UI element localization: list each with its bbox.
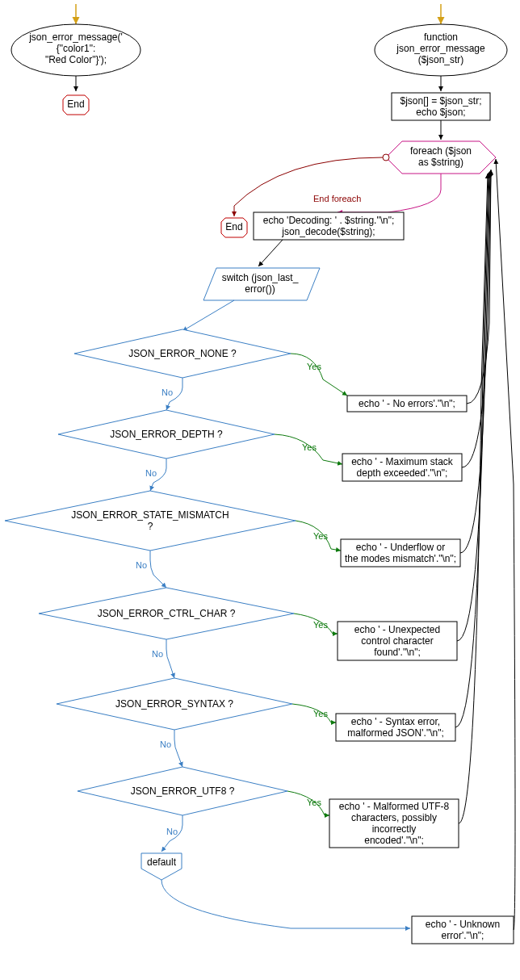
c1-action-l1: echo ' - Maximum stack — [351, 456, 454, 467]
c5-action-l4: encoded'."\n"; — [364, 835, 424, 846]
left-call-text: json_error_message(' — [28, 31, 123, 43]
c4-action-l1: echo ' - Syntax error, — [351, 716, 440, 727]
c0-yes-label: Yes — [307, 362, 321, 371]
default-action-l2: error'."\n"; — [442, 930, 484, 941]
assign-text-2: echo $json; — [416, 107, 465, 118]
c4-yes-label: Yes — [313, 709, 328, 718]
func-text-1: function — [424, 31, 458, 43]
foreach-body-arrow — [338, 174, 441, 212]
c3-action-l2: control character — [361, 635, 433, 647]
end-foreach-label: End foreach — [313, 194, 361, 203]
func-text-2: json_error_message — [396, 43, 485, 54]
right-end-text: End — [225, 221, 242, 232]
c5-action-l3: incorrectly — [372, 823, 417, 835]
c0-no-label: No — [161, 387, 173, 397]
default-text: default — [147, 856, 177, 868]
default-to-action-arrow — [161, 880, 410, 928]
c4-no-arrow — [174, 730, 182, 767]
c1-action-l2: depth exceeded'."\n"; — [357, 467, 448, 479]
c5-action-l2: characters, possibly — [351, 812, 437, 823]
end-foreach-arrow — [234, 157, 383, 216]
c3-no-label: No — [152, 649, 163, 659]
case1-cond: JSON_ERROR_DEPTH ? — [110, 429, 223, 440]
c1-no-label: No — [145, 468, 157, 478]
left-call-text-2: {"color1": — [57, 43, 96, 54]
case0-cond: JSON_ERROR_NONE ? — [128, 348, 237, 359]
case5-cond: JSON_ERROR_UTF8 ? — [131, 785, 235, 797]
loop-to-switch-arrow — [258, 240, 283, 266]
c2-yes-label: Yes — [313, 531, 328, 541]
c5-loop-back — [459, 174, 488, 823]
loop-body-text-2: json_decode($string); — [281, 226, 375, 237]
switch-to-c0-arrow — [182, 300, 234, 331]
c4-action-l2: malformed JSON'."\n"; — [347, 727, 444, 739]
foreach-text-2: as $string) — [418, 157, 463, 168]
c3-action-l3: found'."\n"; — [374, 647, 421, 658]
c2-cond-l1: JSON_ERROR_STATE_MISMATCH — [71, 509, 229, 521]
case3-cond: JSON_ERROR_CTRL_CHAR ? — [98, 608, 236, 619]
func-text-3: ($json_str) — [418, 54, 464, 65]
c5-action-l1: echo ' - Malformed UTF-8 — [339, 801, 450, 812]
c2-cond-l2: ? — [148, 521, 153, 532]
c5-yes-label: Yes — [307, 798, 321, 807]
left-call-text-3: "Red Color"}'); — [45, 54, 107, 65]
foreach-text-1: foreach ($json — [410, 145, 472, 157]
c2-action-l1: echo ' - Underflow or — [356, 542, 445, 553]
case0-action-text: echo ' - No errors'."\n"; — [359, 398, 455, 409]
case4-cond: JSON_ERROR_SYNTAX ? — [115, 698, 233, 710]
c3-no-arrow — [166, 639, 174, 678]
c3-yes-label: Yes — [313, 620, 328, 630]
switch-text-1: switch (json_last_ — [222, 272, 299, 283]
switch-text-2: error()) — [245, 283, 275, 295]
assign-text-1: $json[] = $json_str; — [400, 95, 481, 107]
default-loop-back — [496, 159, 515, 930]
c4-no-label: No — [160, 739, 171, 749]
c3-action-l1: echo ' - Unexpected — [354, 624, 440, 635]
c0-yes-arrow — [291, 354, 347, 396]
c2-action-l2: the modes mismatch'."\n"; — [345, 553, 456, 564]
c2-no-label: No — [136, 560, 147, 570]
c1-yes-label: Yes — [302, 442, 317, 452]
loop-body-text-1: echo 'Decoding: ' . $string."\n"; — [263, 215, 395, 226]
c2-no-arrow — [150, 551, 166, 588]
default-action-l1: echo ' - Unknown — [426, 919, 500, 930]
c5-no-label: No — [166, 827, 178, 836]
c4-loop-back — [455, 173, 489, 727]
foreach-exit-dot — [383, 154, 389, 161]
left-end-text: End — [67, 98, 84, 110]
